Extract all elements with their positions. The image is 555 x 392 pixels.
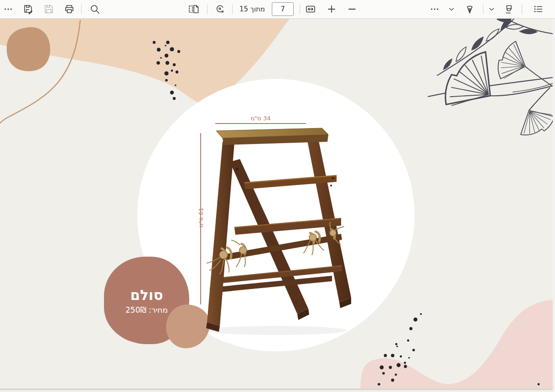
pdf-page: סולם מחיר: 250₪ [0, 18, 553, 390]
highlight-menu-button[interactable] [487, 2, 496, 16]
save-button[interactable] [41, 2, 56, 16]
zoom-in-button[interactable] [324, 2, 339, 16]
chevron-down-icon [488, 6, 495, 12]
ladder-product-image [196, 125, 351, 344]
page-view-icon [188, 4, 200, 15]
contents-list-icon [533, 4, 544, 15]
toolbar-divider [81, 4, 82, 14]
fit-to-width-icon [305, 4, 316, 15]
ginkgo-leaf-small [512, 101, 553, 142]
ginkgo-leaf-medium [493, 38, 533, 85]
toolbar-divider [300, 4, 300, 14]
zoom-out-button[interactable] [345, 2, 359, 16]
page-gap [0, 388, 553, 390]
search-button[interactable] [88, 2, 102, 16]
toolbar-divider [207, 4, 207, 14]
width-dimension-label: 34 ס"מ [215, 115, 306, 122]
page-number-input[interactable] [272, 2, 294, 16]
tools-more-button[interactable] [427, 2, 442, 16]
width-dimension-line [215, 123, 306, 124]
print-button[interactable] [62, 2, 77, 16]
save-as-icon [23, 4, 34, 15]
save-icon [43, 4, 54, 15]
search-icon [89, 4, 100, 15]
chevron-down-icon [448, 6, 455, 12]
contents-button[interactable] [531, 2, 545, 16]
toolbar-divider [483, 4, 483, 14]
more-horizontal-icon [3, 4, 13, 14]
page-count-label: מתוך 15 [237, 0, 267, 18]
zoom-out-icon [347, 4, 358, 15]
zoom-in-icon [326, 4, 337, 15]
ginkgo-leaf-large [436, 43, 509, 122]
draw-button[interactable] [462, 2, 477, 16]
pink-wave-shape [360, 300, 553, 390]
toolbar-divider [522, 4, 522, 14]
highlight-button[interactable] [502, 2, 516, 16]
tan-blob-shape [7, 27, 50, 72]
draw-menu-button[interactable] [447, 2, 456, 16]
more-actions-button[interactable] [1, 2, 16, 16]
pdf-toolbar: מתוך 15 [0, 0, 555, 19]
toolbar-divider [232, 4, 233, 14]
rotate-button[interactable] [213, 2, 227, 16]
product-price: מחיר: 250₪ [125, 305, 168, 315]
more-horizontal-icon [430, 4, 440, 14]
fit-to-width-button[interactable] [303, 2, 318, 16]
save-as-button[interactable] [21, 2, 36, 16]
height-dimension-label: 61 ס"מ [197, 199, 204, 237]
page-view-button[interactable] [187, 2, 201, 16]
draw-pen-icon [464, 4, 475, 15]
rotate-icon [214, 4, 225, 15]
botanical-line-art [428, 18, 553, 142]
vertical-scrollbar[interactable] [553, 18, 555, 392]
print-icon [64, 4, 75, 15]
highlighter-icon [503, 4, 514, 15]
product-title: סולם [130, 287, 163, 303]
